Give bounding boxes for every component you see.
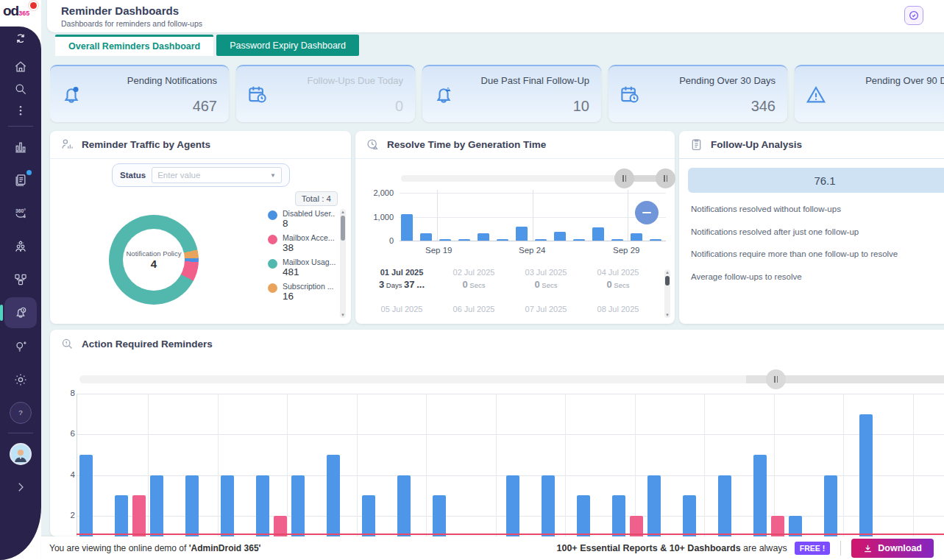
resolve-table-date: 04 Jul 2025	[582, 268, 654, 277]
action-bar[interactable]	[327, 455, 340, 536]
action-bar[interactable]	[79, 455, 93, 536]
action-bar[interactable]	[291, 475, 305, 537]
resolve-table-scrollbar[interactable]: ▲ ▼	[664, 269, 670, 318]
resolve-bar[interactable]	[573, 239, 585, 241]
action-bar[interactable]	[859, 414, 873, 536]
resolve-bar[interactable]	[401, 214, 413, 241]
action-bar[interactable]	[647, 475, 661, 537]
action-bar[interactable]	[221, 475, 234, 537]
resolve-bar[interactable]	[516, 227, 528, 241]
kpi-card-pending-over-90-days[interactable]: Pending Over 90 Days	[795, 65, 944, 122]
action-bar[interactable]	[683, 495, 696, 536]
resolve-bar[interactable]	[535, 239, 547, 241]
sidebar-item-expand[interactable]	[6, 470, 35, 503]
action-card-title: Action Required Reminders	[82, 339, 213, 350]
action-bar[interactable]	[542, 475, 555, 537]
schedule-button[interactable]	[904, 6, 923, 25]
resolve-bar[interactable]	[478, 233, 489, 241]
app-logo[interactable]: od365	[3, 3, 41, 26]
sidebar-item-insights[interactable]	[6, 330, 35, 363]
status-filter-input[interactable]: Enter value ▼	[152, 167, 282, 183]
action-bar[interactable]	[256, 475, 269, 537]
kpi-card-pending-over-30-days[interactable]: Pending Over 30 Days346	[608, 65, 787, 122]
legend-item[interactable]: Mailbox Usag...481	[268, 258, 336, 277]
main-area: Reminder Dashboards Dashboards for remin…	[41, 0, 944, 560]
promo-bold: 100+ Essential Reports & 10+ Dashboards	[557, 543, 741, 553]
bell-alert-icon	[433, 84, 455, 106]
followup-row-label: Notifications resolved after just one fo…	[691, 227, 859, 236]
action-bar-group	[362, 495, 375, 536]
download-button[interactable]: Download	[851, 539, 934, 558]
resolve-table-date: 01 Jul 2025	[366, 268, 438, 277]
legend-item[interactable]: Disabled User...8	[268, 209, 336, 229]
sidebar-item-profile[interactable]	[6, 437, 35, 470]
notification-donut-chart[interactable]: Notification Policy 4	[109, 215, 199, 305]
resolve-bar[interactable]	[611, 239, 623, 241]
resolve-bar[interactable]	[497, 239, 508, 241]
sidebar-item-more[interactable]	[6, 100, 35, 122]
resolve-zoom-out-button[interactable]	[635, 201, 659, 224]
sidebar-item-360-view[interactable]: 360°	[6, 196, 35, 230]
resolve-bar[interactable]	[439, 239, 451, 241]
legend-item[interactable]: Mailbox Acce...38	[268, 233, 336, 253]
resolve-bar[interactable]	[631, 233, 642, 241]
kpi-card-pending-notifications[interactable]: Pending Notifications467	[50, 65, 229, 122]
status-filter-placeholder: Enter value	[157, 171, 200, 180]
action-range-slider[interactable]	[79, 375, 944, 383]
promo-text: 100+ Essential Reports & 10+ Dashboards …	[557, 543, 787, 553]
action-bar[interactable]	[185, 475, 199, 537]
sidebar-item-settings[interactable]	[6, 363, 35, 396]
sidebar-item-automation[interactable]	[6, 263, 35, 296]
sidebar-item-home[interactable]	[6, 56, 35, 78]
action-bar-group	[718, 475, 731, 537]
action-slider-handle[interactable]	[766, 369, 786, 389]
tab-overall-reminders[interactable]: Overall Reminders Dashboard	[55, 35, 213, 56]
action-bar[interactable]	[718, 475, 731, 537]
resolve-bar[interactable]	[650, 239, 661, 241]
sidebar-item-reminders[interactable]	[4, 297, 37, 328]
demo-notice: You are viewing the online demo of 'Admi…	[49, 543, 260, 553]
sidebar-item-reports[interactable]	[6, 163, 35, 196]
sidebar-item-analytics[interactable]	[6, 130, 35, 163]
action-bar[interactable]	[433, 495, 446, 536]
resolve-bar[interactable]	[554, 232, 566, 241]
sync-icon[interactable]	[14, 32, 27, 46]
legend-item[interactable]: Subscription ...16	[268, 282, 336, 302]
action-bar[interactable]	[115, 495, 128, 536]
action-bar[interactable]	[362, 495, 375, 536]
card-reminder-traffic: Reminder Traffic by Agents Status Enter …	[50, 131, 351, 324]
kpi-value: 346	[751, 98, 776, 115]
tab-password-expiry[interactable]: Password Expiry Dashboard	[216, 35, 359, 56]
action-bar[interactable]	[506, 475, 519, 537]
resolve-table-date: 08 Jul 2025	[582, 305, 654, 313]
resolve-table-cell: 02 Jul 20250 Secs	[438, 268, 510, 294]
legend-scrollbar[interactable]: ▲ ▼	[340, 209, 346, 318]
action-bar[interactable]	[150, 475, 163, 537]
resolve-bar[interactable]	[420, 233, 432, 241]
resolve-bar[interactable]	[458, 239, 470, 241]
legend-value: 16	[283, 291, 333, 302]
logo-text: od	[3, 3, 18, 18]
action-bar[interactable]	[612, 495, 625, 536]
resolve-table-value: 3 Days 37 ...	[366, 279, 438, 290]
resolve-bar[interactable]	[592, 227, 604, 241]
resolve-range-slider[interactable]	[401, 175, 667, 182]
resolve-slider-handle-left[interactable]	[614, 169, 634, 188]
kpi-value: 467	[193, 98, 217, 115]
kpi-card-due-past-final-follow-up[interactable]: Due Past Final Follow-Up10	[422, 65, 601, 122]
sidebar-divider	[8, 126, 33, 127]
sidebar-item-admin-center[interactable]	[6, 230, 35, 263]
chevron-down-icon[interactable]: ▼	[270, 172, 276, 179]
action-bars	[79, 394, 895, 536]
user-avatar-image	[10, 443, 32, 465]
action-bar[interactable]	[577, 495, 590, 536]
action-bar[interactable]	[753, 455, 767, 536]
sidebar-item-search[interactable]	[6, 78, 35, 100]
kpi-card-follow-ups-due-today[interactable]: Follow-Ups Due Today0	[236, 65, 415, 122]
action-bar[interactable]	[397, 475, 411, 537]
sidebar-item-help[interactable]: ?	[6, 396, 35, 429]
resolve-slider-handle-right[interactable]	[656, 169, 675, 188]
action-bar[interactable]	[132, 495, 146, 536]
action-bar-group	[506, 475, 519, 537]
action-bar[interactable]	[824, 475, 837, 537]
